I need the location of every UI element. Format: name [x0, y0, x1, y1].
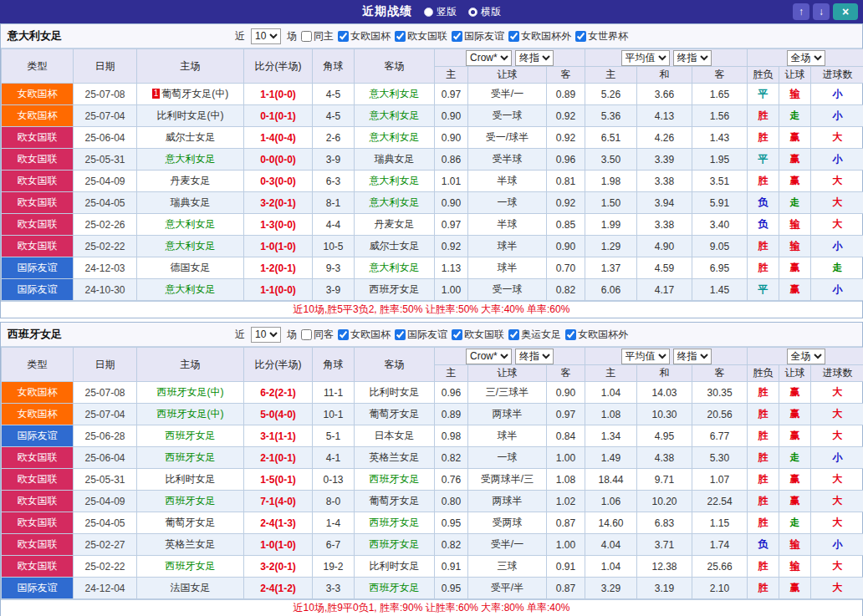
move-up-button[interactable]: ↑	[793, 3, 809, 20]
home-team[interactable]: 法国女足	[137, 578, 244, 599]
home-team[interactable]: 西班牙女足	[137, 425, 244, 447]
match-score[interactable]: 2-4(1-3)	[244, 512, 313, 534]
match-score[interactable]: 1-5(0-1)	[244, 469, 313, 491]
league-filter-checkbox[interactable]	[395, 329, 406, 340]
home-team[interactable]: 丹麦女足	[137, 171, 244, 192]
match-score[interactable]: 1-0(1-0)	[244, 534, 313, 556]
result-handicap[interactable]: 赢	[779, 149, 811, 171]
away-team[interactable]: 比利时女足	[355, 382, 435, 404]
recent-count-select[interactable]: 10	[251, 327, 281, 343]
odds-time-select[interactable]: 终指	[515, 50, 554, 66]
away-team[interactable]: 意大利女足	[355, 192, 435, 214]
away-team[interactable]: 西班牙女足	[355, 469, 435, 491]
match-score[interactable]: 2-1(0-1)	[244, 447, 313, 469]
league-filter[interactable]: 女欧国杯	[338, 29, 391, 43]
match-score[interactable]: 0-0(0-0)	[244, 149, 313, 171]
league-filter-checkbox[interactable]	[452, 329, 462, 340]
league-filter[interactable]: 女欧国杯	[338, 328, 391, 342]
match-score[interactable]: 2-4(1-2)	[244, 578, 313, 599]
league-filter[interactable]: 女世界杯	[575, 29, 628, 43]
away-team[interactable]: 英格兰女足	[355, 447, 435, 469]
layout-radio-horizontal[interactable]: 横版	[468, 5, 501, 19]
layout-radio-vertical[interactable]: 竖版	[424, 5, 457, 19]
league-filter[interactable]: 奥运女足	[508, 328, 561, 342]
result-handicap[interactable]: 输	[779, 236, 811, 257]
home-team[interactable]: 意大利女足	[137, 236, 244, 257]
away-team[interactable]: 西班牙女足	[355, 512, 435, 534]
average-select[interactable]: 平均值	[621, 349, 670, 364]
result-handicap[interactable]: 赢	[779, 171, 811, 192]
match-score[interactable]: 6-2(2-1)	[244, 382, 313, 404]
result-handicap[interactable]: 输	[779, 84, 811, 105]
result-handicap[interactable]: 赢	[779, 382, 811, 404]
match-score[interactable]: 3-2(0-1)	[244, 556, 313, 578]
league-filter-checkbox[interactable]	[565, 329, 576, 340]
match-score[interactable]: 0-3(0-0)	[244, 171, 313, 192]
home-team[interactable]: 比利时女足(中)	[137, 105, 244, 127]
odds-company-select[interactable]: Crow*	[466, 50, 512, 66]
scope-select[interactable]: 全场	[787, 349, 825, 364]
away-team[interactable]: 葡萄牙女足	[355, 491, 435, 512]
league-filter[interactable]: 女欧国杯外	[508, 29, 571, 43]
match-score[interactable]: 3-2(0-1)	[244, 192, 313, 214]
home-team[interactable]: 葡萄牙女足	[137, 512, 244, 534]
result-handicap[interactable]: 走	[779, 192, 811, 214]
result-handicap[interactable]: 输	[779, 534, 811, 556]
result-handicap[interactable]: 走	[779, 105, 811, 127]
home-team[interactable]: 西班牙女足	[137, 556, 244, 578]
league-filter-checkbox[interactable]	[508, 31, 519, 42]
home-team[interactable]: 意大利女足	[137, 279, 244, 301]
odds-time-select[interactable]: 终指	[515, 349, 554, 364]
result-handicap[interactable]: 输	[779, 214, 811, 236]
league-filter-checkbox[interactable]	[575, 31, 586, 42]
away-team[interactable]: 葡萄牙女足	[355, 404, 435, 425]
same-venue-filter-checkbox[interactable]	[301, 329, 312, 340]
league-filter-checkbox[interactable]	[395, 31, 406, 42]
match-score[interactable]: 1-0(1-0)	[244, 236, 313, 257]
away-team[interactable]: 瑞典女足	[355, 149, 435, 171]
match-score[interactable]: 1-2(0-1)	[244, 257, 313, 279]
league-filter-checkbox[interactable]	[338, 31, 349, 42]
match-score[interactable]: 3-1(1-1)	[244, 425, 313, 447]
home-team[interactable]: 西班牙女足(中)	[137, 404, 244, 425]
result-handicap[interactable]: 走	[779, 512, 811, 534]
home-team[interactable]: 瑞典女足	[137, 192, 244, 214]
home-team[interactable]: 比利时女足	[137, 469, 244, 491]
result-handicap[interactable]: 赢	[779, 404, 811, 425]
away-team[interactable]: 西班牙女足	[355, 534, 435, 556]
away-team[interactable]: 意大利女足	[355, 257, 435, 279]
average-time-select[interactable]: 终指	[673, 349, 712, 364]
recent-count-select[interactable]: 10	[251, 28, 281, 44]
league-filter-checkbox[interactable]	[508, 329, 519, 340]
league-filter[interactable]: 国际友谊	[452, 29, 504, 43]
result-handicap[interactable]: 赢	[779, 127, 811, 149]
odds-company-select[interactable]: Crow*	[466, 349, 512, 364]
away-team[interactable]: 威尔士女足	[355, 236, 435, 257]
scope-select[interactable]: 全场	[787, 50, 825, 66]
away-team[interactable]: 丹麦女足	[355, 214, 435, 236]
home-team[interactable]: 西班牙女足	[137, 491, 244, 512]
home-team[interactable]: 意大利女足	[137, 214, 244, 236]
home-team[interactable]: 西班牙女足	[137, 447, 244, 469]
away-team[interactable]: 西班牙女足	[355, 279, 435, 301]
close-button[interactable]: ×	[833, 3, 858, 20]
match-score[interactable]: 5-0(4-0)	[244, 404, 313, 425]
average-time-select[interactable]: 终指	[673, 50, 712, 66]
result-handicap[interactable]: 赢	[779, 578, 811, 599]
match-score[interactable]: 1-3(0-0)	[244, 214, 313, 236]
result-handicap[interactable]: 赢	[779, 469, 811, 491]
away-team[interactable]: 意大利女足	[355, 171, 435, 192]
home-team[interactable]: 西班牙女足(中)	[137, 382, 244, 404]
home-team[interactable]: 意大利女足	[137, 149, 244, 171]
move-down-button[interactable]: ↓	[813, 3, 830, 20]
away-team[interactable]: 日本女足	[355, 425, 435, 447]
league-filter[interactable]: 女欧国杯外	[565, 328, 628, 342]
result-handicap[interactable]: 赢	[779, 425, 811, 447]
result-handicap[interactable]: 赢	[779, 257, 811, 279]
league-filter-checkbox[interactable]	[452, 31, 462, 42]
away-team[interactable]: 意大利女足	[355, 84, 435, 105]
away-team[interactable]: 意大利女足	[355, 105, 435, 127]
home-team[interactable]: 德国女足	[137, 257, 244, 279]
league-filter[interactable]: 国际友谊	[395, 328, 447, 342]
away-team[interactable]: 意大利女足	[355, 127, 435, 149]
